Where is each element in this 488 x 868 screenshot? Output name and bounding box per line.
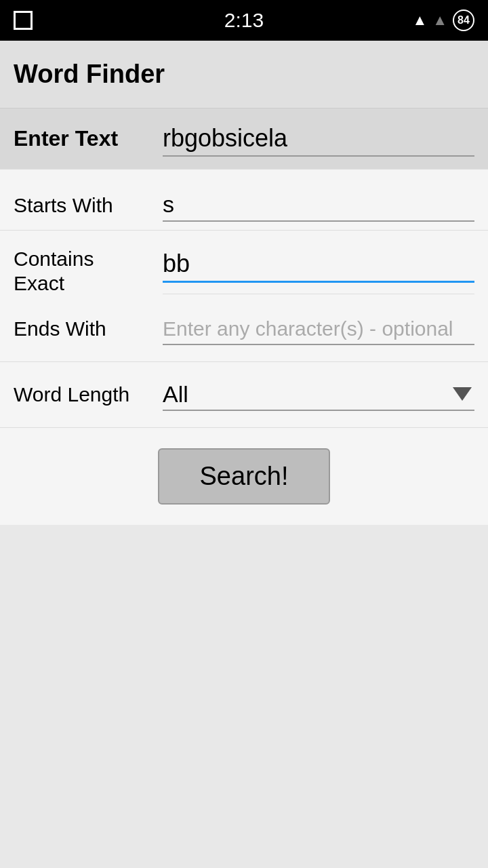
ends-with-label: Ends With — [14, 317, 163, 340]
ends-with-input[interactable] — [163, 312, 474, 345]
status-time: 2:13 — [224, 9, 264, 32]
signal-icon: ▲ — [412, 12, 427, 29]
status-right: ▲ ▲ 84 — [412, 9, 474, 31]
enter-text-label: Enter Text — [14, 126, 163, 151]
main-content: Enter Text Starts With Contains Exact En… — [0, 108, 488, 525]
screen-icon — [14, 11, 33, 30]
status-bar: 2:13 ▲ ▲ 84 — [0, 0, 488, 41]
contains-exact-label-block: Contains Exact — [14, 247, 163, 296]
status-left — [14, 11, 33, 30]
search-button[interactable]: Search! — [158, 448, 331, 505]
contains-input-wrapper — [163, 247, 474, 294]
word-length-row: Word Length All 2 3 4 5 6 7 8 9 10 — [0, 362, 488, 428]
contains-exact-row: Contains Exact — [0, 231, 488, 296]
word-length-select[interactable]: All 2 3 4 5 6 7 8 9 10 — [163, 378, 453, 410]
word-length-select-wrapper: All 2 3 4 5 6 7 8 9 10 — [163, 378, 474, 411]
starts-with-input[interactable] — [163, 189, 474, 222]
app-bar: Word Finder — [0, 41, 488, 108]
app-title: Word Finder — [14, 60, 165, 89]
exact-label: Exact — [14, 271, 163, 296]
enter-text-row: Enter Text — [0, 108, 488, 170]
signal-icon-2: ▲ — [432, 12, 447, 29]
word-length-label: Word Length — [14, 383, 163, 406]
starts-with-row: Starts With — [0, 170, 488, 231]
battery-indicator: 84 — [453, 9, 474, 31]
search-button-row: Search! — [0, 428, 488, 525]
dropdown-arrow-icon — [453, 387, 472, 401]
starts-with-label: Starts With — [14, 194, 163, 217]
contains-label: Contains — [14, 247, 163, 271]
enter-text-input[interactable] — [163, 121, 474, 157]
ends-with-row: Ends With — [0, 296, 488, 362]
contains-exact-input[interactable] — [163, 247, 474, 283]
